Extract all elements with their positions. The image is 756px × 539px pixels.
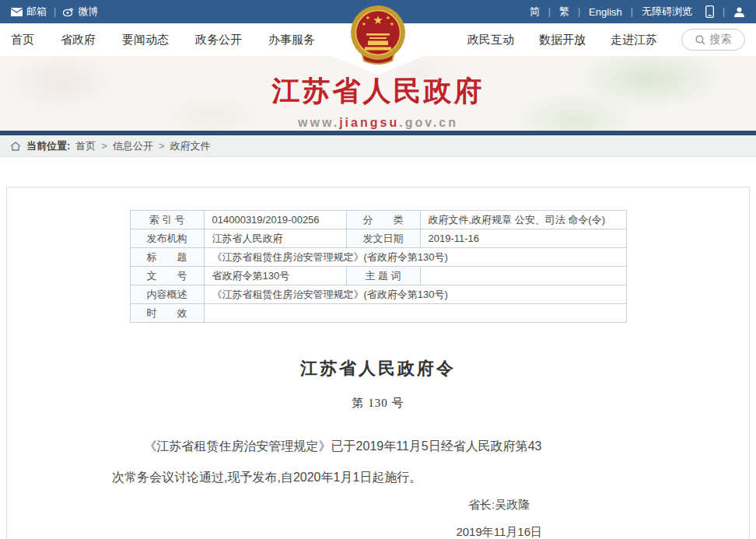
table-row: 标 题 《江苏省租赁住房治安管理规定》(省政府令第130号) [130, 248, 626, 267]
meta-value-issue-date: 2019-11-16 [420, 229, 626, 248]
document-meta-table: 索 引 号 014000319/2019-00256 分 类 政府文件,政府规章… [130, 210, 627, 323]
meta-value-validity [204, 304, 626, 323]
svg-text:★: ★ [362, 21, 366, 26]
meta-label-category: 分 类 [346, 211, 420, 229]
home-icon [10, 142, 21, 151]
signature-block: 省长:吴政隆 2019年11月16日 [456, 498, 542, 539]
nav-item-home[interactable]: 首页 [11, 33, 34, 47]
national-emblem: ★ ★ ★ ★ ★ [349, 5, 407, 68]
document-number: 第 130 号 [7, 396, 749, 411]
mobile-icon[interactable] [705, 5, 714, 18]
svg-text:★: ★ [386, 15, 390, 20]
meta-label-doc-number: 文 号 [130, 267, 204, 285]
breadcrumb: 当前位置: 首页 > 信息公开 > 政府文件 [0, 135, 756, 157]
table-row: 文 号 省政府令第130号 主 题 词 [130, 267, 626, 285]
meta-label-issuer: 发布机构 [130, 229, 204, 248]
svg-text:★: ★ [366, 15, 370, 20]
breadcrumb-current: 政府文件 [170, 139, 211, 153]
site-url: www.jiangsu.gov.cn [0, 116, 756, 130]
meta-value-issuer: 江苏省人民政府 [204, 229, 346, 248]
document-body: 《江苏省租赁住房治安管理规定》已于2019年11月5日经省人民政府第43次常务会… [112, 431, 546, 493]
signer: 省长:吴政隆 [456, 498, 542, 513]
table-row: 索 引 号 014000319/2019-00256 分 类 政府文件,政府规章… [130, 211, 626, 229]
breadcrumb-info-disclosure[interactable]: 信息公开 [113, 139, 153, 153]
lang-simplified[interactable]: 简 [530, 5, 540, 19]
meta-value-keywords [420, 267, 626, 285]
meta-value-category: 政府文件,政府规章 公安、司法 命令(令) [420, 211, 626, 229]
mail-label: 邮箱 [26, 5, 47, 19]
mail-link[interactable]: 邮箱 [11, 5, 47, 19]
document-card: 索 引 号 014000319/2019-00256 分 类 政府文件,政府规章… [6, 187, 750, 539]
url-suffix: .gov.cn [399, 116, 458, 129]
search-button[interactable]: 搜索 [681, 29, 745, 51]
meta-label-summary: 内容概述 [130, 285, 204, 304]
url-highlight: jiangsu [339, 116, 399, 129]
nav-item-open-data[interactable]: 数据开放 [539, 33, 586, 47]
search-label: 搜索 [710, 33, 732, 47]
table-row: 发布机构 江苏省人民政府 发文日期 2019-11-16 [130, 229, 626, 248]
nav-item-about-jiangsu[interactable]: 走进江苏 [611, 33, 657, 47]
table-row: 时 效 [130, 304, 626, 323]
user-icon[interactable] [733, 6, 745, 18]
breadcrumb-separator: > [101, 140, 107, 152]
meta-label-index: 索 引 号 [130, 211, 204, 229]
weibo-icon [63, 7, 74, 16]
nav-item-gov-affairs[interactable]: 政务公开 [195, 33, 242, 47]
content-area: 索 引 号 014000319/2019-00256 分 类 政府文件,政府规章… [0, 157, 756, 539]
meta-label-issue-date: 发文日期 [346, 229, 420, 248]
lang-english[interactable]: English [589, 6, 622, 18]
accessibility-link[interactable]: 无障碍浏览 [642, 5, 692, 19]
meta-value-doc-number: 省政府令第130号 [204, 267, 346, 285]
url-prefix: www. [298, 116, 339, 129]
meta-value-summary: 《江苏省租赁住房治安管理规定》(省政府令第130号) [204, 285, 626, 304]
nav-item-services[interactable]: 办事服务 [268, 33, 315, 47]
meta-label-validity: 时 效 [130, 304, 204, 323]
weibo-link[interactable]: 微博 [63, 5, 98, 19]
breadcrumb-label: 当前位置: [26, 139, 70, 153]
divider: | [548, 6, 551, 17]
document-title: 江苏省人民政府令 [7, 357, 749, 380]
publish-date: 2019年11月16日 [456, 525, 542, 539]
table-row: 内容概述 《江苏省租赁住房治安管理规定》(省政府令第130号) [130, 285, 626, 304]
divider: | [578, 6, 580, 17]
nav-item-provincial-gov[interactable]: 省政府 [61, 33, 96, 47]
divider: | [631, 6, 633, 17]
nav-item-interaction[interactable]: 政民互动 [467, 33, 514, 47]
breadcrumb-separator: > [159, 140, 165, 152]
breadcrumb-home[interactable]: 首页 [75, 139, 96, 153]
divider: | [723, 6, 725, 17]
lang-traditional[interactable]: 繁 [559, 5, 569, 19]
meta-value-title: 《江苏省租赁住房治安管理规定》(省政府令第130号) [204, 248, 626, 267]
meta-label-keywords: 主 题 词 [346, 267, 420, 285]
divider: | [54, 6, 56, 17]
svg-text:★: ★ [390, 21, 394, 26]
meta-value-index: 014000319/2019-00256 [204, 211, 346, 229]
weibo-label: 微博 [78, 5, 98, 19]
meta-label-title: 标 题 [130, 248, 204, 267]
svg-text:★: ★ [373, 13, 383, 26]
mail-icon [11, 8, 23, 16]
nav-item-news[interactable]: 要闻动态 [122, 33, 169, 47]
search-icon [695, 35, 705, 45]
